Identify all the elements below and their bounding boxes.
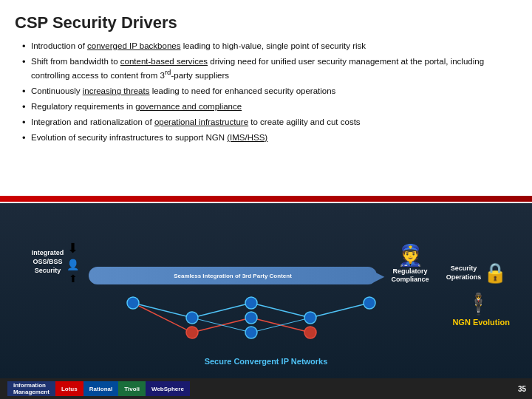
svg-point-10: [186, 312, 198, 324]
bullet-item-6: Evolution of security infrastructures to…: [22, 132, 517, 143]
top-section: CSP Security Drivers Introduction of con…: [0, 0, 532, 200]
svg-line-4: [133, 303, 192, 332]
brand-rational: Rational: [83, 381, 119, 396]
brand-ibm: InformationManagement: [7, 381, 55, 396]
arrow-band-label: Seamless Integration of 3rd Party Conten…: [174, 273, 292, 279]
bullet-2-highlight: content-based services: [120, 57, 208, 66]
bullet-list: Introduction of converged IP backbones l…: [0, 40, 532, 143]
diagram-nodes: IntegratedOSS/BSSSecurity ⬇ 👤 ⬆ Seamless…: [22, 211, 510, 284]
node-security-ops: SecurityOperations 🔒: [443, 262, 510, 284]
brand-tivoli: Tivoli: [118, 381, 146, 396]
brand-lotus: Lotus: [55, 381, 83, 396]
bullet-item-5: Integration and rationalization of opera…: [22, 116, 517, 128]
node-regulatory: 👮 RegulatoryCompliance: [377, 243, 443, 284]
svg-line-0: [133, 303, 192, 318]
svg-line-3: [310, 303, 369, 318]
bullet-1-highlight: converged IP backbones: [87, 41, 180, 50]
svg-point-11: [245, 297, 257, 309]
bullet-item-3: Continuously increasing threats leading …: [22, 85, 517, 97]
bullet-3-highlight: increasing threats: [83, 86, 150, 95]
svg-line-1: [192, 303, 251, 318]
ngn-networks-label: Secure Convergent IP Networks: [205, 357, 328, 366]
brand-logos: InformationManagement Lotus Rational Tiv…: [0, 381, 518, 396]
svg-point-17: [245, 327, 257, 338]
svg-point-9: [127, 297, 139, 309]
bullet-4-highlight: governance and compliance: [135, 102, 242, 111]
ngn-evolution-label: NGN Evolution: [452, 318, 510, 327]
slide-title: CSP Security Drivers: [0, 0, 532, 40]
svg-point-12: [304, 312, 316, 324]
bottom-bar: InformationManagement Lotus Rational Tiv…: [0, 378, 532, 399]
node-integrated-oss: IntegratedOSS/BSSSecurity ⬇ 👤 ⬆: [22, 240, 89, 284]
section-divider: [0, 196, 532, 202]
brand-websphere: WebSphere: [146, 381, 190, 396]
svg-point-13: [364, 297, 375, 309]
svg-line-2: [251, 303, 310, 318]
svg-point-16: [304, 327, 316, 338]
person-figure: 🕴: [466, 292, 491, 316]
diagram-area: IntegratedOSS/BSSSecurity ⬇ 👤 ⬆ Seamless…: [0, 203, 532, 381]
bullet-item-1: Introduction of converged IP backbones l…: [22, 40, 517, 52]
bullet-item-2: Shift from bandwidth to content-based se…: [22, 55, 517, 81]
slide-number: 35: [518, 385, 532, 393]
bullet-6-highlight: (IMS/HSS): [227, 133, 267, 142]
svg-point-14: [186, 327, 198, 338]
network-diagram: [44, 288, 458, 355]
slide-container: CSP Security Drivers Introduction of con…: [0, 0, 532, 399]
bullet-5-highlight: operational infrastructure: [154, 117, 248, 126]
bullet-item-4: Regulatory requirements in governance an…: [22, 100, 517, 112]
svg-point-15: [245, 312, 257, 324]
